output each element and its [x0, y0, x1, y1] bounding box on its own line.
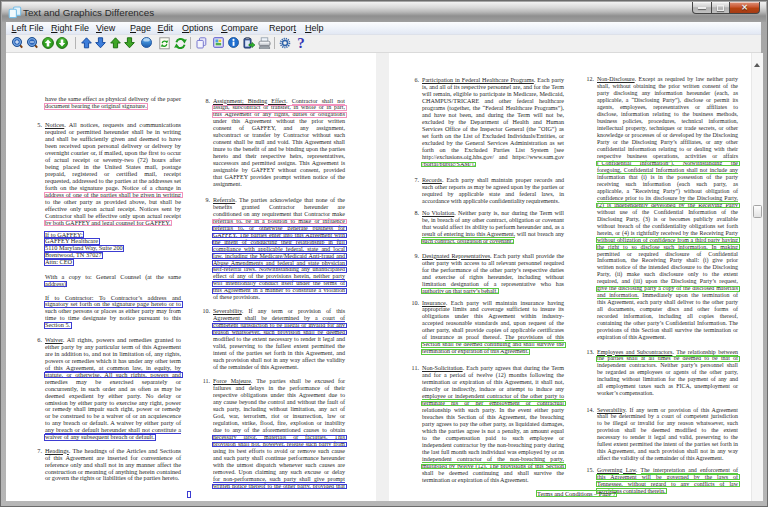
- svg-text:?: ?: [297, 36, 305, 50]
